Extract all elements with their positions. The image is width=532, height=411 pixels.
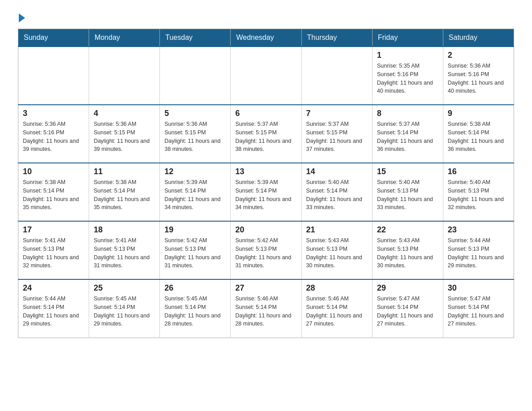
day-number: 21: [306, 225, 368, 235]
day-info: Sunrise: 5:44 AM Sunset: 5:14 PM Dayligh…: [23, 295, 84, 328]
week-row-1: 3Sunrise: 5:36 AM Sunset: 5:16 PM Daylig…: [18, 105, 514, 163]
calendar-cell-w3-d4: 21Sunrise: 5:43 AM Sunset: 5:13 PM Dayli…: [301, 221, 372, 279]
day-info: Sunrise: 5:45 AM Sunset: 5:14 PM Dayligh…: [94, 295, 155, 328]
week-row-3: 17Sunrise: 5:41 AM Sunset: 5:13 PM Dayli…: [18, 221, 514, 279]
day-info: Sunrise: 5:44 AM Sunset: 5:13 PM Dayligh…: [448, 236, 509, 270]
day-number: 25: [94, 283, 155, 293]
header-saturday: Saturday: [443, 29, 514, 47]
day-info: Sunrise: 5:37 AM Sunset: 5:15 PM Dayligh…: [235, 120, 296, 154]
logo-triangle-icon: [19, 13, 25, 22]
day-info: Sunrise: 5:40 AM Sunset: 5:13 PM Dayligh…: [377, 178, 438, 212]
weekday-header-row: Sunday Monday Tuesday Wednesday Thursday…: [18, 29, 514, 47]
header-friday: Friday: [372, 29, 443, 47]
calendar-cell-w1-d0: 3Sunrise: 5:36 AM Sunset: 5:16 PM Daylig…: [18, 105, 89, 163]
day-number: 18: [94, 225, 155, 235]
day-number: 19: [164, 225, 226, 235]
calendar-cell-w2-d2: 12Sunrise: 5:39 AM Sunset: 5:14 PM Dayli…: [160, 163, 231, 221]
week-row-2: 10Sunrise: 5:38 AM Sunset: 5:14 PM Dayli…: [18, 163, 514, 221]
day-info: Sunrise: 5:46 AM Sunset: 5:14 PM Dayligh…: [235, 295, 296, 328]
header-wednesday: Wednesday: [231, 29, 301, 47]
day-number: 4: [94, 109, 155, 118]
day-number: 5: [164, 109, 226, 118]
day-info: Sunrise: 5:38 AM Sunset: 5:14 PM Dayligh…: [448, 120, 509, 154]
week-row-0: 1Sunrise: 5:35 AM Sunset: 5:16 PM Daylig…: [18, 47, 514, 105]
day-number: 8: [377, 109, 438, 118]
logo: [18, 13, 26, 20]
day-number: 14: [306, 167, 368, 176]
calendar-cell-w2-d6: 16Sunrise: 5:40 AM Sunset: 5:13 PM Dayli…: [443, 163, 514, 221]
day-number: 7: [306, 109, 368, 118]
day-number: 6: [235, 109, 296, 118]
day-info: Sunrise: 5:36 AM Sunset: 5:16 PM Dayligh…: [448, 62, 509, 95]
calendar-cell-w3-d0: 17Sunrise: 5:41 AM Sunset: 5:13 PM Dayli…: [18, 221, 89, 279]
header-monday: Monday: [89, 29, 160, 47]
calendar-cell-w4-d1: 25Sunrise: 5:45 AM Sunset: 5:14 PM Dayli…: [89, 279, 160, 338]
calendar-cell-w3-d3: 20Sunrise: 5:42 AM Sunset: 5:13 PM Dayli…: [231, 221, 301, 279]
day-number: 10: [23, 167, 84, 176]
day-info: Sunrise: 5:36 AM Sunset: 5:16 PM Dayligh…: [23, 120, 84, 154]
calendar-cell-w1-d1: 4Sunrise: 5:36 AM Sunset: 5:15 PM Daylig…: [89, 105, 160, 163]
page-header: [18, 13, 514, 20]
calendar-cell-w2-d3: 13Sunrise: 5:39 AM Sunset: 5:14 PM Dayli…: [231, 163, 301, 221]
day-info: Sunrise: 5:37 AM Sunset: 5:14 PM Dayligh…: [377, 120, 438, 154]
day-number: 27: [235, 283, 296, 293]
day-info: Sunrise: 5:39 AM Sunset: 5:14 PM Dayligh…: [164, 178, 226, 212]
calendar-cell-w4-d4: 28Sunrise: 5:46 AM Sunset: 5:14 PM Dayli…: [301, 279, 372, 338]
day-info: Sunrise: 5:42 AM Sunset: 5:13 PM Dayligh…: [235, 236, 296, 270]
header-sunday: Sunday: [18, 29, 89, 47]
calendar-cell-w2-d1: 11Sunrise: 5:38 AM Sunset: 5:14 PM Dayli…: [89, 163, 160, 221]
day-info: Sunrise: 5:39 AM Sunset: 5:14 PM Dayligh…: [235, 178, 296, 212]
day-number: 29: [377, 283, 438, 293]
header-tuesday: Tuesday: [160, 29, 231, 47]
calendar-cell-w3-d5: 22Sunrise: 5:43 AM Sunset: 5:13 PM Dayli…: [372, 221, 443, 279]
day-number: 26: [164, 283, 226, 293]
calendar-table: Sunday Monday Tuesday Wednesday Thursday…: [18, 29, 514, 338]
day-number: 15: [377, 167, 438, 176]
calendar-cell-w1-d5: 8Sunrise: 5:37 AM Sunset: 5:14 PM Daylig…: [372, 105, 443, 163]
calendar-cell-w4-d0: 24Sunrise: 5:44 AM Sunset: 5:14 PM Dayli…: [18, 279, 89, 338]
day-number: 12: [164, 167, 226, 176]
calendar-cell-w1-d2: 5Sunrise: 5:36 AM Sunset: 5:15 PM Daylig…: [160, 105, 231, 163]
calendar-cell-w3-d6: 23Sunrise: 5:44 AM Sunset: 5:13 PM Dayli…: [443, 221, 514, 279]
calendar-cell-w0-d6: 2Sunrise: 5:36 AM Sunset: 5:16 PM Daylig…: [443, 47, 514, 105]
day-number: 11: [94, 167, 155, 176]
day-info: Sunrise: 5:42 AM Sunset: 5:13 PM Dayligh…: [164, 236, 226, 270]
calendar-cell-w4-d2: 26Sunrise: 5:45 AM Sunset: 5:14 PM Dayli…: [160, 279, 231, 338]
day-info: Sunrise: 5:36 AM Sunset: 5:15 PM Dayligh…: [94, 120, 155, 154]
calendar-cell-w4-d6: 30Sunrise: 5:47 AM Sunset: 5:14 PM Dayli…: [443, 279, 514, 338]
week-row-4: 24Sunrise: 5:44 AM Sunset: 5:14 PM Dayli…: [18, 279, 514, 338]
day-info: Sunrise: 5:46 AM Sunset: 5:14 PM Dayligh…: [306, 295, 368, 328]
day-number: 30: [448, 283, 509, 293]
day-info: Sunrise: 5:38 AM Sunset: 5:14 PM Dayligh…: [94, 178, 155, 212]
logo-text: [18, 13, 26, 22]
calendar-cell-w0-d3: [231, 47, 301, 105]
calendar-body: 1Sunrise: 5:35 AM Sunset: 5:16 PM Daylig…: [18, 47, 514, 338]
day-info: Sunrise: 5:43 AM Sunset: 5:13 PM Dayligh…: [377, 236, 438, 270]
day-info: Sunrise: 5:40 AM Sunset: 5:14 PM Dayligh…: [306, 178, 368, 212]
calendar-cell-w1-d3: 6Sunrise: 5:37 AM Sunset: 5:15 PM Daylig…: [231, 105, 301, 163]
day-number: 16: [448, 167, 509, 176]
day-number: 20: [235, 225, 296, 235]
calendar-cell-w0-d4: [301, 47, 372, 105]
day-number: 1: [377, 51, 438, 60]
calendar-cell-w0-d5: 1Sunrise: 5:35 AM Sunset: 5:16 PM Daylig…: [372, 47, 443, 105]
day-info: Sunrise: 5:38 AM Sunset: 5:14 PM Dayligh…: [23, 178, 84, 212]
day-number: 9: [448, 109, 509, 118]
header-thursday: Thursday: [301, 29, 372, 47]
day-number: 23: [448, 225, 509, 235]
day-info: Sunrise: 5:47 AM Sunset: 5:14 PM Dayligh…: [448, 295, 509, 328]
day-info: Sunrise: 5:36 AM Sunset: 5:15 PM Dayligh…: [164, 120, 226, 154]
day-number: 22: [377, 225, 438, 235]
calendar-cell-w4-d3: 27Sunrise: 5:46 AM Sunset: 5:14 PM Dayli…: [231, 279, 301, 338]
day-info: Sunrise: 5:45 AM Sunset: 5:14 PM Dayligh…: [164, 295, 226, 328]
day-info: Sunrise: 5:37 AM Sunset: 5:15 PM Dayligh…: [306, 120, 368, 154]
calendar-cell-w3-d1: 18Sunrise: 5:41 AM Sunset: 5:13 PM Dayli…: [89, 221, 160, 279]
calendar-cell-w1-d6: 9Sunrise: 5:38 AM Sunset: 5:14 PM Daylig…: [443, 105, 514, 163]
day-info: Sunrise: 5:41 AM Sunset: 5:13 PM Dayligh…: [94, 236, 155, 270]
calendar-cell-w2-d5: 15Sunrise: 5:40 AM Sunset: 5:13 PM Dayli…: [372, 163, 443, 221]
day-number: 3: [23, 109, 84, 118]
calendar-cell-w1-d4: 7Sunrise: 5:37 AM Sunset: 5:15 PM Daylig…: [301, 105, 372, 163]
calendar-cell-w0-d2: [160, 47, 231, 105]
calendar-cell-w2-d0: 10Sunrise: 5:38 AM Sunset: 5:14 PM Dayli…: [18, 163, 89, 221]
calendar-cell-w2-d4: 14Sunrise: 5:40 AM Sunset: 5:14 PM Dayli…: [301, 163, 372, 221]
